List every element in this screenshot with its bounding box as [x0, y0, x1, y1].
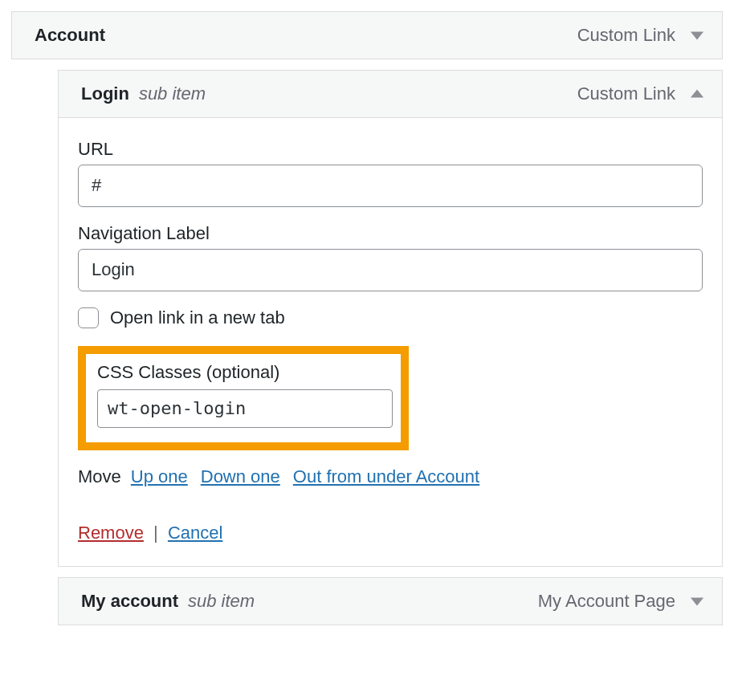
- menu-item-header[interactable]: My account sub item My Account Page: [59, 578, 722, 625]
- new-tab-label: Open link in a new tab: [110, 307, 285, 328]
- new-tab-row: Open link in a new tab: [78, 307, 703, 328]
- menu-item-header[interactable]: Login sub item Custom Link: [59, 71, 722, 117]
- svg-marker-0: [691, 32, 703, 40]
- menu-item-body: URL Navigation Label Open link in a new …: [59, 117, 722, 566]
- svg-marker-1: [691, 90, 703, 98]
- nav-label-input[interactable]: [78, 249, 703, 291]
- move-label: Move: [78, 466, 121, 487]
- menu-item-title: My account: [81, 591, 178, 612]
- menu-item-subtitle: sub item: [188, 591, 255, 612]
- separator: |: [153, 523, 158, 543]
- nav-label-field-group: Navigation Label: [78, 223, 703, 291]
- menu-item-type: Custom Link: [577, 25, 675, 46]
- actions-row: Remove | Cancel: [78, 523, 703, 543]
- chevron-down-icon[interactable]: [690, 596, 704, 607]
- move-out-link[interactable]: Out from under Account: [293, 466, 479, 487]
- menu-item-my-account: My account sub item My Account Page: [58, 577, 723, 625]
- menu-item-header[interactable]: Account Custom Link: [12, 12, 722, 59]
- chevron-down-icon[interactable]: [690, 30, 704, 41]
- cancel-link[interactable]: Cancel: [168, 523, 222, 543]
- svg-marker-2: [691, 598, 703, 606]
- url-field-group: URL: [78, 139, 703, 207]
- nav-label-label: Navigation Label: [78, 223, 703, 244]
- menu-item-account: Account Custom Link: [11, 11, 723, 59]
- menu-item-type: Custom Link: [577, 83, 675, 104]
- menu-item-subtitle: sub item: [139, 83, 206, 104]
- menu-item-login: Login sub item Custom Link URL Navigatio…: [58, 70, 723, 567]
- move-down-link[interactable]: Down one: [201, 466, 280, 487]
- move-row: Move Up one Down one Out from under Acco…: [78, 466, 703, 487]
- chevron-up-icon[interactable]: [690, 88, 704, 100]
- remove-link[interactable]: Remove: [78, 523, 144, 543]
- menu-item-title: Account: [35, 25, 105, 46]
- url-label: URL: [78, 139, 703, 160]
- css-classes-highlight: CSS Classes (optional): [78, 346, 409, 451]
- move-up-link[interactable]: Up one: [131, 466, 188, 487]
- css-classes-label: CSS Classes (optional): [97, 362, 389, 383]
- css-classes-input[interactable]: [97, 389, 393, 429]
- menu-item-type: My Account Page: [538, 591, 675, 612]
- new-tab-checkbox[interactable]: [78, 307, 99, 328]
- url-input[interactable]: [78, 165, 703, 207]
- menu-item-title: Login: [81, 83, 129, 104]
